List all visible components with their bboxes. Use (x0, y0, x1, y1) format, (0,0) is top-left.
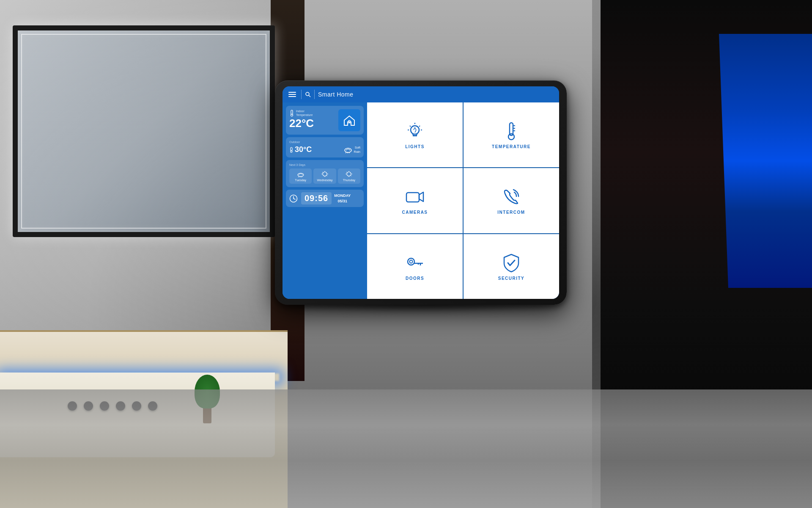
floor (0, 389, 812, 508)
header-bar: Smart Home (283, 86, 559, 102)
indoor-temp-value: 22°C (289, 118, 314, 129)
svg-point-45 (508, 134, 514, 140)
intercom-icon (501, 186, 522, 207)
condition-text-2: Rain (354, 150, 360, 154)
temperature-tile[interactable]: TEMPERATURE (464, 102, 559, 167)
doors-icon (404, 252, 425, 273)
forecast-label: Next 3 Days (289, 163, 360, 166)
home-icon (338, 109, 360, 131)
indoor-temp-card: Indoor Temperature 22°C (286, 106, 364, 135)
security-tile[interactable]: SECURITY (464, 234, 559, 299)
svg-line-43 (415, 130, 416, 133)
lights-tile[interactable]: LIGHTS (367, 102, 463, 167)
indoor-label: Indoor (296, 109, 313, 113)
lights-label: LIGHTS (405, 144, 425, 149)
menu-line (288, 96, 296, 97)
security-label: SECURITY (498, 276, 525, 281)
menu-line (288, 94, 296, 95)
outdoor-row: 30°C Soft Ra (289, 145, 360, 154)
svg-point-17 (323, 172, 327, 176)
svg-line-42 (415, 127, 416, 130)
svg-point-34 (411, 126, 419, 134)
svg-point-51 (410, 260, 413, 263)
cameras-tile[interactable]: CAMERAS (367, 168, 463, 233)
blue-curtain (719, 34, 812, 288)
lights-icon (404, 121, 425, 142)
svg-rect-2 (291, 110, 293, 114)
tablet-screen: Smart Home Ind (283, 86, 559, 299)
search-icon[interactable] (305, 91, 311, 97)
svg-point-50 (408, 258, 414, 265)
svg-rect-7 (291, 147, 292, 151)
condition-text: Soft (354, 146, 360, 150)
cameras-icon (404, 186, 425, 207)
svg-rect-6 (348, 123, 351, 124)
temperature-label: TEMPERATURE (492, 144, 531, 149)
cameras-label: CAMERAS (402, 210, 428, 215)
forecast-day-wed: Wednesday (317, 179, 333, 182)
forecast-day-thu: Thursday (343, 179, 355, 182)
clock-date: MONDAY 05/31 (334, 193, 351, 204)
temperature-icon (501, 121, 522, 142)
forecast-day-tue: Tuesday (295, 179, 306, 182)
outdoor-label: Outdoor (289, 141, 360, 144)
forecast-thursday: Thursday (338, 168, 360, 184)
intercom-tile[interactable]: INTERCOM (464, 168, 559, 233)
forecast-tuesday: Tuesday (289, 168, 312, 184)
svg-line-30 (351, 176, 352, 177)
clock-day: MONDAY (334, 193, 351, 199)
svg-line-39 (410, 126, 411, 127)
svg-point-24 (347, 172, 351, 176)
forecast-row: Tuesday Wed (289, 168, 360, 184)
svg-point-0 (306, 92, 309, 96)
header-divider (301, 90, 302, 99)
clock-time: 09:56 (304, 193, 328, 203)
svg-line-29 (346, 172, 347, 173)
bathroom-mirror (13, 25, 275, 237)
doors-label: DOORS (406, 276, 424, 281)
svg-point-8 (291, 151, 292, 152)
clock-section: 09:56 MONDAY 05/31 (286, 190, 364, 207)
forecast-wednesday: Wednesday (313, 168, 336, 184)
outdoor-weather-card: Outdoor 30°C (286, 137, 364, 157)
tablet-device: Smart Home Ind (275, 80, 567, 305)
intercom-label: INTERCOM (497, 210, 525, 215)
app-title: Smart Home (318, 91, 555, 98)
svg-line-10 (346, 152, 346, 153)
svg-line-23 (326, 176, 327, 177)
clock-icon (289, 194, 298, 203)
svg-line-41 (414, 127, 415, 130)
clock-date-value: 05/31 (334, 199, 351, 204)
outdoor-temp: 30°C (295, 145, 312, 154)
svg-line-22 (322, 172, 323, 173)
svg-line-37 (419, 126, 420, 127)
svg-line-33 (294, 199, 295, 199)
security-icon (501, 252, 522, 273)
menu-button[interactable] (287, 90, 298, 99)
weather-condition: Soft Rain (343, 146, 360, 154)
left-panel: Indoor Temperature 22°C (283, 102, 367, 299)
doors-tile[interactable]: DOORS (367, 234, 463, 299)
main-content: Indoor Temperature 22°C (283, 102, 559, 299)
menu-line (288, 92, 296, 93)
svg-rect-49 (406, 193, 419, 202)
control-grid: LIGHTS TEMPERATURE (367, 102, 559, 299)
header-divider (314, 90, 315, 99)
forecast-section: Next 3 Days Tuesday (286, 160, 364, 187)
indoor-label-2: Temperature (296, 113, 313, 117)
svg-line-1 (309, 95, 310, 97)
